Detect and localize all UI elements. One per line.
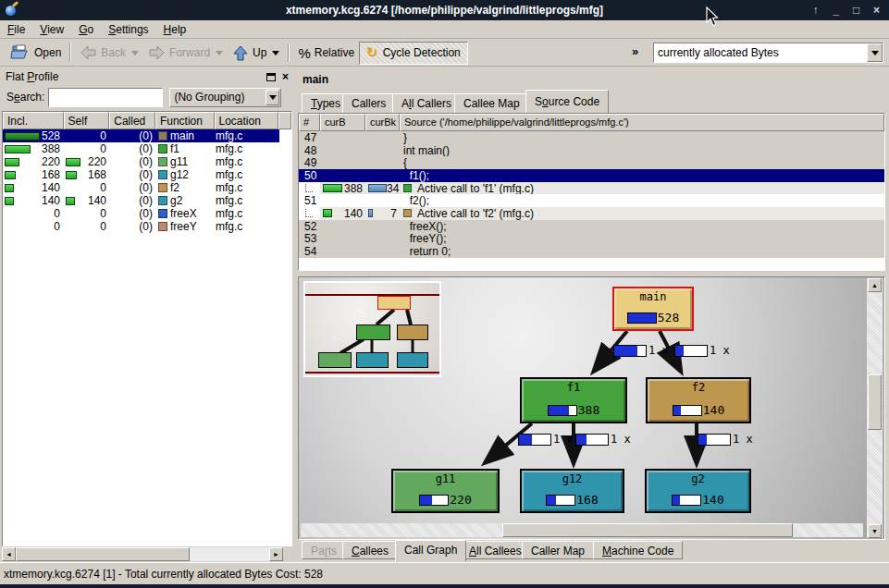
source-line[interactable]: 52 freeX(); bbox=[299, 220, 884, 233]
tab-parts[interactable]: Parts bbox=[302, 541, 346, 559]
scroll-down-icon[interactable]: ▼ bbox=[868, 524, 882, 538]
source-line[interactable]: 54 return 0; bbox=[299, 245, 884, 258]
location-cell: mfg.c bbox=[216, 142, 280, 155]
shade-button[interactable]: ↑ bbox=[809, 4, 822, 17]
relative-button[interactable]: % Relative bbox=[293, 42, 359, 64]
column-header-Self[interactable]: Self bbox=[64, 112, 110, 129]
dock-float-icon[interactable] bbox=[266, 73, 276, 81]
tab-all-callers[interactable]: All Callers bbox=[392, 93, 461, 113]
column-header-Function[interactable]: Function bbox=[155, 112, 215, 129]
tab-caller-map[interactable]: Caller Map bbox=[522, 541, 594, 559]
edge-label-main-f2[interactable]: 1 x bbox=[674, 344, 730, 357]
tab-source-code[interactable]: Source Code bbox=[525, 90, 609, 113]
scroll-up-icon[interactable]: ▲ bbox=[868, 278, 882, 292]
source-column-header[interactable]: curB bbox=[320, 114, 365, 131]
scrollbar-thumb[interactable] bbox=[16, 547, 190, 561]
back-dropdown-icon[interactable] bbox=[131, 51, 139, 55]
edge-label-main-f1[interactable]: 1 x bbox=[613, 344, 669, 357]
graph-overview-map[interactable] bbox=[303, 281, 441, 377]
open-button[interactable]: Open bbox=[6, 42, 66, 64]
self-cell: 220 bbox=[64, 155, 110, 168]
source-line[interactable]: 48int main() bbox=[299, 144, 884, 157]
incl-value: 528 bbox=[40, 129, 64, 142]
incl-bar bbox=[5, 171, 16, 179]
flat-profile-vscrollbar[interactable] bbox=[279, 129, 291, 545]
source-column-header[interactable]: curBk bbox=[365, 114, 400, 131]
table-row[interactable]: 00(0)freeYmfg.c bbox=[3, 220, 291, 233]
source-line[interactable]: 47} bbox=[299, 131, 884, 144]
tab-all-callees[interactable]: All Callees bbox=[460, 541, 531, 559]
source-line[interactable]: 50 f1(); bbox=[299, 169, 884, 182]
edge-label-f2-g2[interactable]: 1 x bbox=[698, 433, 753, 446]
table-row[interactable]: 140140(0)g2mfg.c bbox=[3, 194, 291, 207]
menu-go[interactable]: Go bbox=[71, 21, 101, 38]
close-button[interactable]: × bbox=[870, 4, 883, 17]
tab-machine-code[interactable]: Machine Code bbox=[593, 541, 683, 559]
location-cell: mfg.c bbox=[216, 194, 280, 207]
table-row[interactable]: 220220(0)g11mfg.c bbox=[3, 155, 291, 168]
column-header-spacer[interactable] bbox=[278, 112, 291, 129]
up-dropdown-icon[interactable] bbox=[272, 51, 279, 55]
source-line[interactable]: 51 f2(); bbox=[299, 194, 884, 207]
scrollbar-thumb[interactable] bbox=[502, 523, 793, 537]
tree-branch-icon bbox=[305, 184, 313, 192]
menu-settings[interactable]: Settings bbox=[101, 21, 155, 38]
scroll-left-icon[interactable]: ◄ bbox=[2, 547, 16, 561]
column-header-Location[interactable]: Location bbox=[215, 112, 279, 129]
grouping-combobox[interactable]: (No Grouping) bbox=[169, 88, 281, 107]
tab-callees[interactable]: Callees bbox=[342, 541, 398, 559]
scrollbar-thumb[interactable] bbox=[868, 374, 882, 430]
edge-label-f1-g12[interactable]: 1 x bbox=[575, 433, 631, 446]
search-input[interactable] bbox=[48, 88, 163, 107]
tab-call-graph[interactable]: Call Graph bbox=[395, 540, 466, 561]
source-header: #curBcurBkSource ('/home/philippe/valgri… bbox=[299, 114, 884, 131]
graph-hscrollbar[interactable] bbox=[301, 523, 863, 537]
graph-node-f2[interactable]: f2140 bbox=[646, 377, 751, 423]
cycle-detection-button[interactable]: ↺ Cycle Detection bbox=[359, 42, 468, 65]
combo-dropdown-icon[interactable] bbox=[867, 43, 883, 62]
flat-profile-hscrollbar[interactable]: ◄ ► bbox=[2, 547, 283, 561]
graph-node-main[interactable]: main528 bbox=[612, 287, 694, 331]
active-call-row[interactable]: 1407Active call to 'f2' (mfg.c) bbox=[299, 207, 884, 220]
source-line[interactable]: 53 freeY(); bbox=[299, 233, 884, 246]
source-column-header[interactable]: Source ('/home/philippe/valgrind/littlep… bbox=[400, 114, 884, 131]
source-cell: f2(); bbox=[400, 194, 884, 207]
source-line[interactable]: 49{ bbox=[299, 156, 884, 169]
table-row[interactable]: 1400(0)f2mfg.c bbox=[3, 181, 291, 194]
window-title: xtmemory.kcg.6274 [/home/philippe/valgri… bbox=[0, 4, 889, 17]
graph-node-g12[interactable]: g12168 bbox=[520, 469, 624, 513]
combo-dropdown-icon[interactable] bbox=[265, 90, 279, 105]
tab-callers[interactable]: Callers bbox=[342, 93, 395, 113]
graph-vscrollbar[interactable]: ▲ ▼ bbox=[867, 278, 883, 538]
toolbar-overflow-chevron[interactable]: » bbox=[632, 44, 638, 58]
dock-titlebar: Flat Profile × bbox=[2, 68, 294, 85]
tab-callee-map[interactable]: Callee Map bbox=[454, 93, 529, 113]
scroll-right-icon[interactable]: ► bbox=[269, 547, 283, 561]
source-column-header[interactable]: # bbox=[299, 114, 320, 131]
table-row[interactable]: 168168(0)g12mfg.c bbox=[3, 168, 291, 181]
table-row[interactable]: 5280(0)mainmfg.c bbox=[3, 129, 291, 142]
up-button[interactable]: Up bbox=[228, 42, 284, 64]
column-header-Incl.[interactable]: Incl. bbox=[3, 112, 64, 129]
node-cost-fill bbox=[673, 496, 680, 505]
graph-node-f1[interactable]: f1388 bbox=[520, 377, 627, 423]
menu-help[interactable]: Help bbox=[156, 21, 194, 38]
dock-close-icon[interactable]: × bbox=[282, 70, 289, 83]
table-row[interactable]: 00(0)freeXmfg.c bbox=[3, 207, 291, 220]
back-button[interactable]: Back bbox=[75, 42, 143, 64]
graph-node-g2[interactable]: g2140 bbox=[645, 469, 751, 513]
node-cost-bar bbox=[672, 495, 701, 506]
minimize-button[interactable]: _ bbox=[829, 4, 843, 17]
menu-file[interactable]: File bbox=[0, 21, 32, 38]
active-call-row[interactable]: 38834Active call to 'f1' (mfg.c) bbox=[299, 182, 884, 195]
menu-view[interactable]: View bbox=[32, 21, 71, 38]
forward-button[interactable]: Forward bbox=[143, 42, 228, 64]
graph-node-g11[interactable]: g11220 bbox=[391, 469, 500, 513]
call-graph-panel[interactable]: main528f1388f2140g11220g12168g2140 1 x1 … bbox=[298, 276, 885, 540]
maximize-button[interactable]: □ bbox=[849, 4, 863, 17]
forward-dropdown-icon[interactable] bbox=[216, 51, 223, 55]
table-row[interactable]: 3880(0)f1mfg.c bbox=[3, 142, 291, 155]
column-header-Called[interactable]: Called bbox=[109, 112, 155, 129]
event-type-combobox[interactable]: currently allocated Bytes bbox=[653, 43, 883, 63]
edge-label-f1-g11[interactable]: 1 x bbox=[518, 433, 574, 446]
